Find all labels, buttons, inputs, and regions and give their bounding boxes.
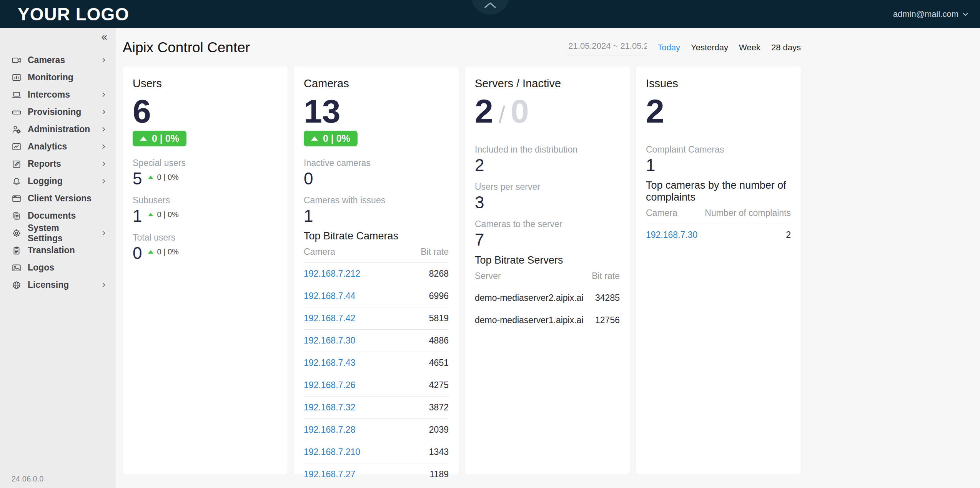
user-account-menu[interactable]: admin@mail.com [893, 9, 968, 19]
card-title: Issues [646, 77, 791, 90]
camera-link[interactable]: 192.168.7.32 [304, 402, 355, 413]
sidebar-item-provisioning[interactable]: Provisioning [0, 103, 116, 121]
camera-link[interactable]: 192.168.7.30 [646, 230, 697, 240]
sidebar-item-intercoms[interactable]: Intercoms [0, 86, 116, 103]
users-trend-badge: 0 | 0% [133, 131, 186, 146]
sidebar-item-administration[interactable]: Administration [0, 121, 116, 138]
app-logo: YOUR LOGO [18, 4, 129, 25]
chevron-right-icon [100, 230, 107, 236]
server-name: demo-mediaserver1.aipix.ai [475, 315, 584, 325]
range-button-yesterday[interactable]: Yesterday [691, 43, 728, 53]
sidebar-item-analytics[interactable]: Analytics [0, 138, 116, 155]
sidebar-item-label: Logging [28, 176, 94, 186]
monitoring-icon [12, 73, 22, 83]
chevron-right-icon [100, 91, 107, 98]
table-row: demo-mediaserver1.aipix.ai 12756 [475, 309, 620, 331]
table-row: 192.168.7.30 4886 [304, 329, 449, 352]
sidebar-item-monitoring[interactable]: Monitoring [0, 69, 116, 86]
camera-link[interactable]: 192.168.7.212 [304, 269, 360, 279]
sidebar-item-label: Provisioning [28, 107, 94, 117]
metric-label: Cameras with issues [304, 195, 449, 206]
camera-link[interactable]: 192.168.7.42 [304, 313, 355, 324]
metric-label: Included in the distribution [475, 144, 620, 155]
sidebar-nav: Cameras Monitoring Intercoms [0, 46, 116, 294]
metric-value: 1 [304, 207, 313, 225]
sidebar-item-cameras[interactable]: Cameras [0, 51, 116, 69]
metric-value: 5 [133, 170, 142, 188]
sidebar-item-translation[interactable]: Translation [0, 242, 116, 259]
cameras-total: 13 [304, 95, 341, 128]
camera-link[interactable]: 192.168.7.28 [304, 425, 355, 435]
date-range-input[interactable] [566, 40, 647, 55]
sidebar-item-system-settings[interactable]: System Settings [0, 224, 116, 242]
sidebar-item-label: Intercoms [28, 90, 94, 100]
sidebar-item-licensing[interactable]: Licensing [0, 276, 116, 294]
chevron-right-icon [100, 109, 107, 115]
servers-inactive-count: 0 [511, 95, 529, 128]
table-row: 192.168.7.26 4275 [304, 374, 449, 396]
table-row: 192.168.7.44 6996 [304, 285, 449, 307]
content-header: Aipix Control Center Today Yesterday Wee… [123, 40, 801, 56]
sidebar-item-documents[interactable]: Documents [0, 207, 116, 224]
range-button-28-days[interactable]: 28 days [771, 43, 801, 53]
sidebar-item-client-versions[interactable]: Client Versions [0, 190, 116, 207]
camera-link[interactable]: 192.168.7.30 [304, 335, 355, 346]
metric-label: Cameras to the server [475, 219, 620, 229]
users-card: Users 6 0 | 0% Special users 5 0 | 0% Su… [123, 66, 288, 475]
users-total: 6 [133, 95, 151, 128]
metric-row: 0 0 | 0% [133, 244, 278, 262]
metric-value: 3 [475, 194, 484, 211]
sidebar-item-label: Cameras [28, 55, 94, 65]
table-header: Camera Bit rate [304, 247, 449, 262]
metric-label: Subusers [133, 195, 278, 206]
card-title: Cameras [304, 77, 449, 90]
chevron-right-icon [100, 161, 107, 167]
sidebar-collapse-button[interactable]: « [101, 32, 107, 42]
camera-link[interactable]: 192.168.7.27 [304, 469, 355, 480]
table-header: Camera Number of complaints [646, 208, 791, 224]
sidebar-item-label: System Settings [28, 223, 94, 244]
camera-link[interactable]: 192.168.7.44 [304, 291, 355, 301]
metric-label: Complaint Cameras [646, 144, 791, 155]
administration-icon [12, 124, 22, 134]
sidebar-item-label: Client Versions [28, 193, 94, 204]
sidebar-item-label: Monitoring [28, 72, 94, 83]
sidebar-top-bar: « [0, 28, 116, 46]
table-row: 192.168.7.210 1343 [304, 441, 449, 463]
licensing-icon [12, 280, 22, 290]
camera-link[interactable]: 192.168.7.26 [304, 380, 355, 390]
metric-value: 0 [133, 244, 142, 262]
cameras-card: Cameras 13 0 | 0% Inactive cameras 0 Cam… [294, 66, 459, 475]
analytics-icon [12, 142, 22, 152]
caret-up-icon [148, 213, 153, 216]
metric-delta: 0 | 0% [148, 210, 178, 219]
slash-separator: / [499, 103, 505, 126]
sidebar: « Cameras Monitoring Intercoms [0, 28, 116, 488]
main-content: Aipix Control Center Today Yesterday Wee… [116, 28, 980, 488]
chevron-up-icon [484, 2, 497, 8]
caret-up-icon [311, 136, 318, 141]
metric-value: 1 [646, 156, 655, 174]
table-header: Server Bit rate [475, 271, 620, 287]
app-header: YOUR LOGO admin@mail.com [0, 0, 980, 28]
server-name: demo-mediaserver2.aipix.ai [475, 293, 584, 303]
client-versions-icon [12, 194, 22, 204]
sidebar-item-label: Documents [28, 211, 94, 221]
range-button-today[interactable]: Today [657, 43, 680, 53]
metric-value: 1 [133, 207, 142, 225]
reports-icon [12, 159, 22, 169]
table-title: Top Bitrate Servers [475, 254, 620, 266]
sidebar-item-logos[interactable]: Logos [0, 259, 116, 276]
range-button-week[interactable]: Week [739, 43, 760, 53]
caret-up-icon [148, 176, 153, 179]
sidebar-item-logging[interactable]: Logging [0, 173, 116, 190]
chevron-right-icon [100, 282, 107, 288]
provisioning-icon [12, 107, 22, 117]
sidebar-item-reports[interactable]: Reports [0, 155, 116, 173]
servers-active-count: 2 [475, 95, 493, 128]
sidebar-item-label: Translation [28, 245, 94, 256]
app-version: 24.06.0.0 [12, 475, 43, 483]
camera-link[interactable]: 192.168.7.43 [304, 358, 355, 368]
collapse-header-button[interactable] [471, 0, 509, 15]
camera-link[interactable]: 192.168.7.210 [304, 447, 360, 457]
